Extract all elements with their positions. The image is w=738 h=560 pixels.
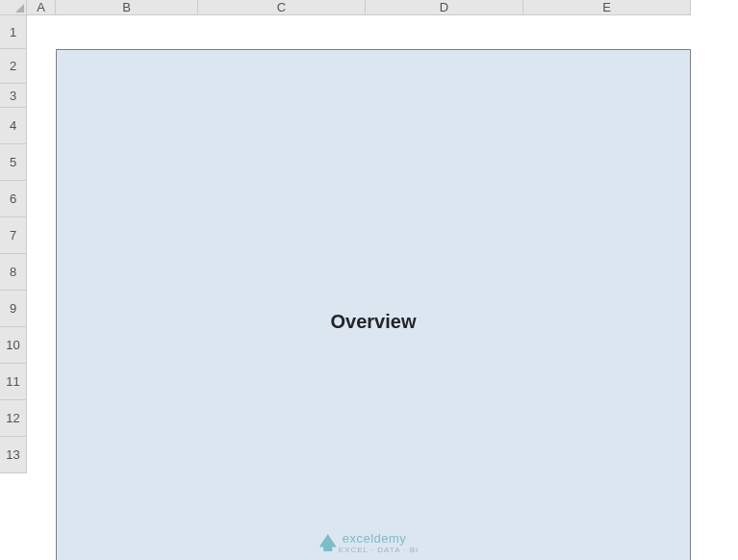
col-header-B[interactable]: B [56,0,198,15]
arrow-up-icon [319,534,337,551]
row-header-5[interactable]: 5 [0,144,27,181]
row-header-7[interactable]: 7 [0,217,27,254]
row-header-8[interactable]: 8 [0,254,27,291]
column-header-strip: A B C D E [0,0,738,15]
col-header-A[interactable]: A [27,0,56,15]
row-header-6[interactable]: 6 [0,181,27,217]
row-header-4[interactable]: 4 [0,108,27,144]
watermark-tagline: EXCEL · DATA · BI [339,546,420,554]
row-header-11[interactable]: 11 [0,364,27,400]
row-header-2[interactable]: 2 [0,49,27,84]
col-header-E[interactable]: E [523,0,691,15]
row-header-12[interactable]: 12 [0,400,27,437]
col-header-D[interactable]: D [366,0,523,15]
watermark: exceldemy EXCEL · DATA · BI [319,531,420,554]
col-header-C[interactable]: C [198,0,366,15]
row-header-strip: 1 2 3 4 5 6 7 8 9 10 11 12 13 [0,15,27,473]
row-header-9[interactable]: 9 [0,291,27,327]
select-all-corner[interactable] [0,0,27,15]
row-header-10[interactable]: 10 [0,327,27,364]
row-header-13[interactable]: 13 [0,437,27,473]
row-header-1[interactable]: 1 [0,15,27,49]
title-cell[interactable]: Overview [56,49,691,560]
worksheet-grid[interactable]: Overview Serial No. Deposit Withdrawal B… [27,15,738,560]
watermark-brand: exceldemy [343,531,420,546]
row-header-3[interactable]: 3 [0,84,27,108]
